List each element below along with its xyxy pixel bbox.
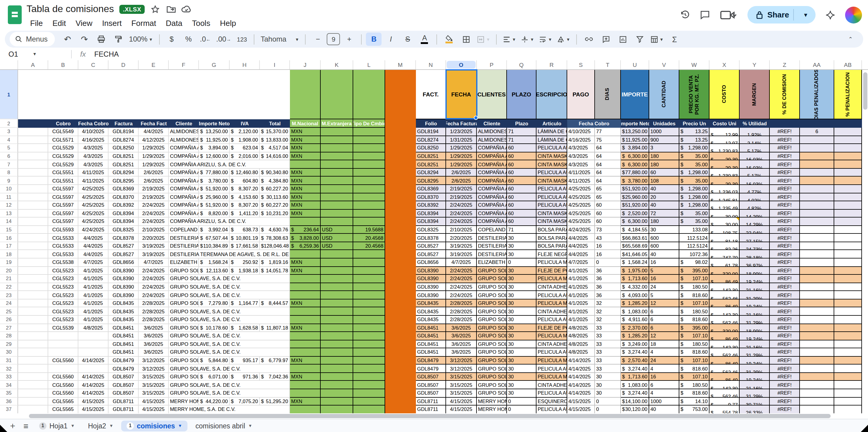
cell-E21[interactable]: 2/24/2025	[138, 275, 169, 283]
cell-S37[interactable]: 4/15/2025	[567, 405, 595, 413]
cell-V11[interactable]: 20	[649, 193, 679, 201]
cell-Q2[interactable]: Plazo	[507, 119, 536, 128]
cell-H15[interactable]: $638.73	[230, 226, 260, 234]
cell-AA1[interactable]: DIAS PENALIZADOS	[800, 70, 834, 119]
cell-AB1[interactable]: % PENALIZACION	[834, 70, 862, 119]
cell-A7[interactable]	[18, 161, 48, 169]
cell-A36[interactable]	[18, 397, 48, 405]
font-select[interactable]: Tahoma▼	[259, 33, 301, 46]
cell-D1[interactable]	[108, 70, 138, 119]
sheets-logo-icon[interactable]	[8, 5, 22, 24]
column-header-X[interactable]: X	[710, 60, 740, 69]
cell-N34[interactable]: GDL8507	[416, 381, 446, 389]
cell-AA27[interactable]	[800, 324, 834, 332]
cell-F8[interactable]: COMPAÑIA AR	[169, 169, 199, 177]
cell-AB19[interactable]	[834, 259, 862, 267]
cell-AA30[interactable]	[800, 348, 834, 356]
cell-A22[interactable]	[18, 283, 48, 291]
cell-U17[interactable]: $65,568.69	[621, 242, 649, 250]
cell-Y9[interactable]: 16.03%	[740, 177, 770, 185]
cell-N14[interactable]: GDL8394	[416, 218, 446, 226]
cell-O33[interactable]: 3/15/2025	[446, 373, 477, 381]
cell-K34[interactable]	[321, 381, 353, 389]
cell-H9[interactable]: $604.80	[230, 177, 260, 185]
cell-O24[interactable]: 2/28/2025	[446, 299, 477, 307]
cell-K24[interactable]	[321, 299, 353, 307]
cell-F1[interactable]	[169, 70, 199, 119]
cell-U20[interactable]: $1,975.00	[621, 267, 649, 275]
cell-P31[interactable]: GRUPO SOLAV	[477, 357, 507, 365]
cell-AA22[interactable]	[800, 283, 834, 291]
cell-R9[interactable]: CINTA MASKIN	[536, 177, 567, 185]
text-rotation-button[interactable]: ▼	[555, 33, 572, 46]
cell-Z35[interactable]: #REF!	[770, 389, 800, 397]
cell-N32[interactable]: GDL8479	[416, 365, 446, 373]
cell-AB12[interactable]	[834, 201, 862, 209]
cell-AB6[interactable]	[834, 152, 862, 160]
cell-M1[interactable]	[385, 70, 416, 119]
column-header-A[interactable]: A	[18, 60, 48, 69]
text-wrap-button[interactable]: ▼	[537, 33, 554, 46]
cell-C4[interactable]: 4/16/2025	[79, 136, 108, 144]
cell-Y18[interactable]: 28.18%	[740, 250, 770, 259]
cell-H24[interactable]: $1,164.77	[230, 299, 260, 307]
cell-P10[interactable]: COMPAÑIA AR	[477, 185, 507, 193]
cell-R36[interactable]: ESQUINERO K	[536, 397, 567, 405]
horizontal-scrollbar-thumb[interactable]	[29, 414, 831, 418]
cell-F20[interactable]: GRUPO SOLAV	[169, 267, 199, 275]
cell-S6[interactable]: 4/3/2025	[567, 152, 595, 160]
cell-W33[interactable]: $107.10	[679, 373, 710, 381]
cell-B14[interactable]: CGL5597	[48, 218, 79, 226]
cell-Z14[interactable]: #REF!	[770, 218, 800, 226]
cell-L5[interactable]	[353, 144, 385, 152]
cell-P9[interactable]: COMPAÑIA AR	[477, 177, 507, 185]
cell-B23[interactable]: CGL5523	[48, 291, 79, 299]
cell-O8[interactable]: 2/6/2025	[446, 169, 477, 177]
cell-D25[interactable]: GDL8435	[108, 307, 138, 316]
cell-G15[interactable]: $3,992.04	[199, 226, 230, 234]
cell-V10[interactable]: 40	[649, 185, 679, 193]
cell-Q12[interactable]: 60	[507, 201, 536, 209]
cell-M36[interactable]	[385, 397, 416, 405]
cell-M37[interactable]	[385, 405, 416, 413]
cell-A11[interactable]	[18, 193, 48, 201]
functions-button[interactable]: Σ	[667, 33, 682, 46]
cell-R14[interactable]: CINTA MASKIN	[536, 218, 567, 226]
sheet-tab-comisiones[interactable]: 1comisiones▼	[121, 420, 187, 431]
cell-K21[interactable]	[321, 275, 353, 283]
cell-P27[interactable]: GRUPO SOLAV	[477, 324, 507, 332]
cell-L6[interactable]	[353, 152, 385, 160]
column-header-D[interactable]: D	[108, 60, 138, 69]
cell-W18[interactable]: 1072.36	[679, 250, 710, 259]
cell-R33[interactable]: PELICULA MA	[536, 373, 567, 381]
column-header-B[interactable]: B	[48, 60, 79, 69]
cell-P34[interactable]: GRUPO SOLAV	[477, 381, 507, 389]
cell-AA12[interactable]	[800, 201, 834, 209]
cell-T20[interactable]: 36	[595, 267, 621, 275]
cell-M15[interactable]	[385, 226, 416, 234]
cell-J23[interactable]	[290, 291, 321, 299]
cell-AB13[interactable]	[834, 209, 862, 218]
cell-F33[interactable]: GRUPO SOLAV	[169, 373, 199, 381]
cell-P17[interactable]: DESTILERIA T	[477, 242, 507, 250]
cell-M20[interactable]	[385, 267, 416, 275]
cell-J7[interactable]	[290, 161, 321, 169]
cell-O34[interactable]: 3/15/2025	[446, 381, 477, 389]
cell-Q21[interactable]: 30	[507, 275, 536, 283]
video-call-icon[interactable]	[720, 10, 738, 20]
cell-Q19[interactable]: 0	[507, 259, 536, 267]
cell-B5[interactable]: CGL5529	[48, 144, 79, 152]
account-avatar[interactable]	[845, 6, 862, 23]
cell-M9[interactable]	[385, 177, 416, 185]
cell-W3[interactable]: $13.25	[679, 128, 710, 136]
cell-I12[interactable]: $60,227.20	[260, 201, 290, 209]
cell-T7[interactable]: 64	[595, 161, 621, 169]
cell-T24[interactable]: 32	[595, 299, 621, 307]
cell-Q25[interactable]: 30	[507, 307, 536, 316]
cell-E10[interactable]: 2/19/2025	[138, 185, 169, 193]
cell-I15[interactable]: $4,630.76	[260, 226, 290, 234]
cell-H36[interactable]: $7,075.20	[230, 397, 260, 405]
cell-T31[interactable]: 33	[595, 357, 621, 365]
cell-O19[interactable]: 4/7/2025	[446, 259, 477, 267]
cell-L31[interactable]	[353, 357, 385, 365]
